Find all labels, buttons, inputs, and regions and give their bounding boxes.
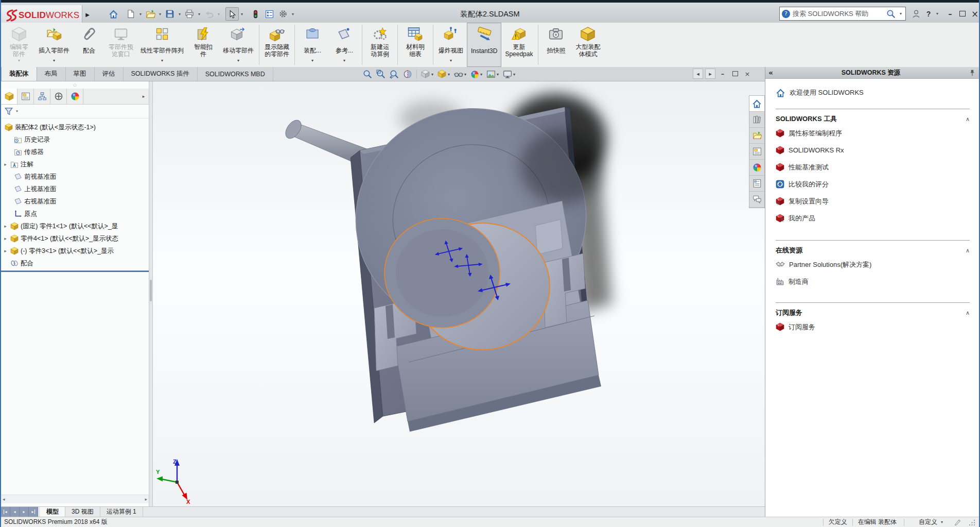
dimxpert-manager-tab[interactable]: [50, 89, 67, 104]
minimize-button[interactable]: [944, 7, 956, 21]
scroll-right-arrow[interactable]: [145, 497, 147, 502]
section-header-subscription[interactable]: 订阅服务: [776, 307, 970, 318]
side-tab-file-explorer[interactable]: [749, 128, 764, 144]
side-tab-design-library[interactable]: [749, 112, 764, 128]
select-tool-button[interactable]: [225, 7, 239, 21]
ribbon-button-bill-of-materials[interactable]: 材料明细表: [399, 23, 431, 67]
dropdown-arrow-icon[interactable]: [18, 58, 20, 63]
print-button[interactable]: [183, 7, 196, 21]
status-customize[interactable]: 自定义: [919, 518, 937, 526]
doc-close-button[interactable]: [742, 69, 752, 79]
open-button[interactable]: [144, 7, 157, 21]
display-style-icon[interactable]: [436, 68, 451, 80]
ribbon-button-component-preview-window[interactable]: 零部件预览窗口: [105, 23, 137, 67]
tab-layout[interactable]: 布局: [37, 67, 66, 81]
ribbon-button-update-speedpak[interactable]: 更新Speedpak: [501, 23, 536, 67]
customize-dropdown[interactable]: [939, 516, 944, 527]
3d-views-tab[interactable]: 3D 视图: [65, 507, 100, 517]
side-tab-view-palette[interactable]: [749, 144, 764, 160]
options-dropdown[interactable]: [290, 7, 295, 21]
dropdown-arrow-icon[interactable]: [480, 72, 482, 77]
task-item-manufacturer[interactable]: 制造商: [776, 273, 970, 290]
dropdown-arrow-icon[interactable]: [161, 58, 163, 63]
undo-button[interactable]: [202, 7, 216, 21]
dropdown-arrow-icon[interactable]: [448, 72, 450, 77]
tree-item-top-plane[interactable]: 上视基准面: [1, 183, 149, 195]
expand-arrow-icon[interactable]: [1, 248, 10, 253]
search-dropdown[interactable]: [898, 7, 903, 21]
previous-pane-button[interactable]: [693, 69, 703, 79]
zoom-to-area-icon[interactable]: [375, 68, 387, 80]
side-tab-appearances-scenes[interactable]: [749, 160, 764, 176]
next-tab-button[interactable]: [20, 507, 29, 517]
task-item-subscription[interactable]: 订阅服务: [776, 318, 970, 335]
ribbon-button-show-hidden-components[interactable]: 显示隐藏的零部件: [261, 23, 293, 67]
assembly-model[interactable]: [153, 81, 765, 506]
view-settings-icon[interactable]: [501, 68, 517, 80]
help-dropdown[interactable]: [935, 7, 940, 21]
dropdown-arrow-icon[interactable]: [431, 72, 433, 77]
task-item-performance-benchmark[interactable]: 性能基准测试: [776, 159, 970, 176]
model-tab[interactable]: 模型: [40, 507, 65, 517]
maximize-button[interactable]: [956, 7, 969, 21]
splitter-handle[interactable]: [150, 280, 152, 301]
ribbon-button-instant3d[interactable]: Instant3D: [467, 23, 501, 67]
rebuild-button[interactable]: [249, 7, 262, 21]
new-document-button[interactable]: [124, 7, 137, 21]
tree-item-history[interactable]: 历史记录: [1, 133, 149, 146]
side-tab-forum[interactable]: [749, 192, 764, 208]
side-tab-custom-properties[interactable]: [749, 176, 764, 192]
view-orientation-icon[interactable]: [419, 68, 435, 80]
task-item-copy-settings-wizard[interactable]: 复制设置向导: [776, 193, 970, 210]
task-item-solidworks-rx[interactable]: SOLIDWORKS Rx: [776, 142, 970, 159]
panel-splitter-dot[interactable]: [1, 81, 149, 89]
ribbon-button-smart-fasteners[interactable]: 智能扣件: [187, 23, 219, 67]
home-button[interactable]: [107, 7, 120, 21]
search-box[interactable]: 搜索 SOLIDWORKS 帮助: [779, 7, 906, 21]
edit-appearance-icon[interactable]: [469, 68, 484, 80]
ribbon-button-assembly-features[interactable]: 装配...: [296, 23, 328, 67]
tree-item-annotations[interactable]: 注解: [1, 158, 149, 171]
welcome-link[interactable]: 欢迎使用 SOLIDWORKS: [776, 86, 970, 99]
apply-scene-icon[interactable]: [485, 68, 500, 80]
last-tab-button[interactable]: [29, 507, 38, 517]
tree-horizontal-scrollbar[interactable]: [1, 495, 149, 503]
next-pane-button[interactable]: [705, 69, 715, 79]
print-dropdown[interactable]: [197, 7, 202, 21]
tree-item-front-plane[interactable]: 前视基准面: [1, 171, 149, 183]
display-manager-tab[interactable]: [67, 89, 83, 104]
close-button[interactable]: [969, 7, 980, 21]
task-item-partner-solutions[interactable]: Partner Solutions(解决方案): [776, 256, 970, 273]
tag-pen-icon[interactable]: [954, 518, 961, 526]
undo-dropdown[interactable]: [216, 7, 221, 21]
new-document-dropdown[interactable]: [138, 7, 143, 21]
doc-restore-button[interactable]: [730, 69, 740, 79]
resize-grip[interactable]: [969, 519, 976, 526]
tree-item-part3[interactable]: (-) 零件3<1> (默认<<默认>_显示: [1, 245, 149, 257]
task-item-my-products[interactable]: 我的产品: [776, 210, 970, 227]
save-button[interactable]: [163, 7, 177, 21]
ribbon-button-mate[interactable]: 配合: [73, 23, 105, 67]
ribbon-button-take-snapshot[interactable]: 拍快照: [540, 23, 572, 67]
previous-tab-button[interactable]: [10, 507, 20, 517]
select-tool-dropdown[interactable]: [239, 7, 244, 21]
dropdown-arrow-icon[interactable]: [311, 58, 313, 63]
ribbon-button-new-motion-study[interactable]: 新建运动算例: [364, 23, 396, 67]
ribbon-button-insert-components[interactable]: 插入零部件: [35, 23, 73, 67]
search-input[interactable]: 搜索 SOLIDWORKS 帮助: [793, 9, 884, 19]
ribbon-button-linear-component-pattern[interactable]: 线性零部件阵列: [137, 23, 187, 67]
evaluate-list-button[interactable]: [262, 7, 276, 21]
dropdown-arrow-icon[interactable]: [513, 72, 515, 77]
featuremanager-tree-tab[interactable]: [1, 89, 18, 104]
dropdown-arrow-icon[interactable]: [450, 58, 452, 63]
pin-icon[interactable]: [969, 69, 976, 77]
expand-arrow-icon[interactable]: [1, 236, 10, 241]
zoom-to-fit-icon[interactable]: [361, 68, 374, 80]
rollback-bar[interactable]: [1, 270, 149, 272]
tree-item-part1[interactable]: (固定) 零件1<1> (默认<<默认>_显: [1, 220, 149, 232]
tab-sketch[interactable]: 草图: [66, 67, 95, 81]
ribbon-button-edit-component[interactable]: 编辑零部件: [3, 23, 35, 67]
side-tab-home[interactable]: [749, 96, 764, 112]
property-manager-tab[interactable]: [18, 89, 34, 104]
tab-assembly[interactable]: 装配体: [1, 67, 37, 81]
